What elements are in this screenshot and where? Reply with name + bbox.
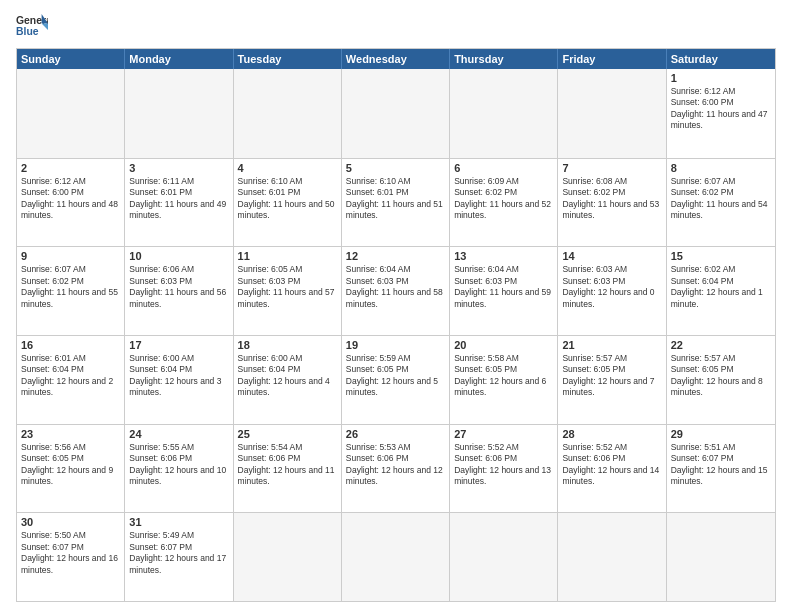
day-number: 18 xyxy=(238,339,337,351)
calendar-day: 22Sunrise: 5:57 AM Sunset: 6:05 PM Dayli… xyxy=(667,336,775,424)
svg-text:Blue: Blue xyxy=(16,26,39,37)
day-info: Sunrise: 5:54 AM Sunset: 6:06 PM Dayligh… xyxy=(238,442,337,488)
day-number: 9 xyxy=(21,250,120,262)
day-info: Sunrise: 6:07 AM Sunset: 6:02 PM Dayligh… xyxy=(671,176,771,222)
day-info: Sunrise: 6:02 AM Sunset: 6:04 PM Dayligh… xyxy=(671,264,771,310)
day-info: Sunrise: 6:04 AM Sunset: 6:03 PM Dayligh… xyxy=(454,264,553,310)
calendar-day: 5Sunrise: 6:10 AM Sunset: 6:01 PM Daylig… xyxy=(342,159,450,247)
day-number: 5 xyxy=(346,162,445,174)
day-number: 7 xyxy=(562,162,661,174)
day-info: Sunrise: 6:00 AM Sunset: 6:04 PM Dayligh… xyxy=(238,353,337,399)
weekday-header: Sunday xyxy=(17,49,125,69)
day-number: 29 xyxy=(671,428,771,440)
day-info: Sunrise: 5:57 AM Sunset: 6:05 PM Dayligh… xyxy=(562,353,661,399)
day-number: 17 xyxy=(129,339,228,351)
calendar-day xyxy=(558,513,666,601)
day-number: 12 xyxy=(346,250,445,262)
day-info: Sunrise: 6:11 AM Sunset: 6:01 PM Dayligh… xyxy=(129,176,228,222)
page: General Blue SundayMondayTuesdayWednesda… xyxy=(0,0,792,612)
day-info: Sunrise: 5:52 AM Sunset: 6:06 PM Dayligh… xyxy=(562,442,661,488)
day-number: 27 xyxy=(454,428,553,440)
day-info: Sunrise: 5:53 AM Sunset: 6:06 PM Dayligh… xyxy=(346,442,445,488)
calendar-day: 31Sunrise: 5:49 AM Sunset: 6:07 PM Dayli… xyxy=(125,513,233,601)
day-info: Sunrise: 5:55 AM Sunset: 6:06 PM Dayligh… xyxy=(129,442,228,488)
calendar-day xyxy=(234,513,342,601)
calendar-day xyxy=(17,69,125,158)
calendar-day: 7Sunrise: 6:08 AM Sunset: 6:02 PM Daylig… xyxy=(558,159,666,247)
day-info: Sunrise: 5:50 AM Sunset: 6:07 PM Dayligh… xyxy=(21,530,120,576)
calendar-day: 4Sunrise: 6:10 AM Sunset: 6:01 PM Daylig… xyxy=(234,159,342,247)
day-info: Sunrise: 5:59 AM Sunset: 6:05 PM Dayligh… xyxy=(346,353,445,399)
calendar-day: 1Sunrise: 6:12 AM Sunset: 6:00 PM Daylig… xyxy=(667,69,775,158)
calendar-day: 28Sunrise: 5:52 AM Sunset: 6:06 PM Dayli… xyxy=(558,425,666,513)
calendar-day: 25Sunrise: 5:54 AM Sunset: 6:06 PM Dayli… xyxy=(234,425,342,513)
day-info: Sunrise: 5:56 AM Sunset: 6:05 PM Dayligh… xyxy=(21,442,120,488)
calendar-week: 30Sunrise: 5:50 AM Sunset: 6:07 PM Dayli… xyxy=(17,512,775,601)
calendar-day: 20Sunrise: 5:58 AM Sunset: 6:05 PM Dayli… xyxy=(450,336,558,424)
day-info: Sunrise: 6:06 AM Sunset: 6:03 PM Dayligh… xyxy=(129,264,228,310)
day-info: Sunrise: 6:05 AM Sunset: 6:03 PM Dayligh… xyxy=(238,264,337,310)
calendar-day: 17Sunrise: 6:00 AM Sunset: 6:04 PM Dayli… xyxy=(125,336,233,424)
day-number: 15 xyxy=(671,250,771,262)
calendar-day: 6Sunrise: 6:09 AM Sunset: 6:02 PM Daylig… xyxy=(450,159,558,247)
day-number: 4 xyxy=(238,162,337,174)
calendar-day: 30Sunrise: 5:50 AM Sunset: 6:07 PM Dayli… xyxy=(17,513,125,601)
day-number: 6 xyxy=(454,162,553,174)
weekday-header: Thursday xyxy=(450,49,558,69)
calendar-day: 23Sunrise: 5:56 AM Sunset: 6:05 PM Dayli… xyxy=(17,425,125,513)
day-number: 22 xyxy=(671,339,771,351)
day-info: Sunrise: 6:04 AM Sunset: 6:03 PM Dayligh… xyxy=(346,264,445,310)
weekday-header: Friday xyxy=(558,49,666,69)
day-number: 16 xyxy=(21,339,120,351)
day-number: 3 xyxy=(129,162,228,174)
day-info: Sunrise: 5:58 AM Sunset: 6:05 PM Dayligh… xyxy=(454,353,553,399)
day-number: 1 xyxy=(671,72,771,84)
day-number: 2 xyxy=(21,162,120,174)
calendar-week: 9Sunrise: 6:07 AM Sunset: 6:02 PM Daylig… xyxy=(17,246,775,335)
calendar: SundayMondayTuesdayWednesdayThursdayFrid… xyxy=(16,48,776,602)
day-info: Sunrise: 5:51 AM Sunset: 6:07 PM Dayligh… xyxy=(671,442,771,488)
logo: General Blue xyxy=(16,12,48,40)
calendar-day xyxy=(450,69,558,158)
day-number: 14 xyxy=(562,250,661,262)
day-info: Sunrise: 5:52 AM Sunset: 6:06 PM Dayligh… xyxy=(454,442,553,488)
calendar-day xyxy=(342,69,450,158)
calendar-body: 1Sunrise: 6:12 AM Sunset: 6:00 PM Daylig… xyxy=(17,69,775,601)
calendar-day: 27Sunrise: 5:52 AM Sunset: 6:06 PM Dayli… xyxy=(450,425,558,513)
calendar-day: 26Sunrise: 5:53 AM Sunset: 6:06 PM Dayli… xyxy=(342,425,450,513)
calendar-header: SundayMondayTuesdayWednesdayThursdayFrid… xyxy=(17,49,775,69)
calendar-week: 16Sunrise: 6:01 AM Sunset: 6:04 PM Dayli… xyxy=(17,335,775,424)
day-number: 24 xyxy=(129,428,228,440)
weekday-header: Tuesday xyxy=(234,49,342,69)
calendar-day: 3Sunrise: 6:11 AM Sunset: 6:01 PM Daylig… xyxy=(125,159,233,247)
calendar-day: 14Sunrise: 6:03 AM Sunset: 6:03 PM Dayli… xyxy=(558,247,666,335)
day-info: Sunrise: 5:49 AM Sunset: 6:07 PM Dayligh… xyxy=(129,530,228,576)
calendar-day xyxy=(558,69,666,158)
day-number: 25 xyxy=(238,428,337,440)
calendar-week: 1Sunrise: 6:12 AM Sunset: 6:00 PM Daylig… xyxy=(17,69,775,158)
generalblue-logo-icon: General Blue xyxy=(16,12,48,40)
day-number: 30 xyxy=(21,516,120,528)
day-number: 13 xyxy=(454,250,553,262)
day-number: 26 xyxy=(346,428,445,440)
calendar-day xyxy=(667,513,775,601)
day-info: Sunrise: 6:10 AM Sunset: 6:01 PM Dayligh… xyxy=(346,176,445,222)
day-number: 23 xyxy=(21,428,120,440)
calendar-day: 19Sunrise: 5:59 AM Sunset: 6:05 PM Dayli… xyxy=(342,336,450,424)
calendar-day: 18Sunrise: 6:00 AM Sunset: 6:04 PM Dayli… xyxy=(234,336,342,424)
day-info: Sunrise: 6:08 AM Sunset: 6:02 PM Dayligh… xyxy=(562,176,661,222)
day-number: 21 xyxy=(562,339,661,351)
calendar-day: 21Sunrise: 5:57 AM Sunset: 6:05 PM Dayli… xyxy=(558,336,666,424)
day-number: 10 xyxy=(129,250,228,262)
calendar-day: 11Sunrise: 6:05 AM Sunset: 6:03 PM Dayli… xyxy=(234,247,342,335)
calendar-day xyxy=(342,513,450,601)
calendar-day: 8Sunrise: 6:07 AM Sunset: 6:02 PM Daylig… xyxy=(667,159,775,247)
day-number: 8 xyxy=(671,162,771,174)
calendar-week: 2Sunrise: 6:12 AM Sunset: 6:00 PM Daylig… xyxy=(17,158,775,247)
calendar-day xyxy=(234,69,342,158)
day-info: Sunrise: 6:07 AM Sunset: 6:02 PM Dayligh… xyxy=(21,264,120,310)
calendar-day xyxy=(450,513,558,601)
day-number: 11 xyxy=(238,250,337,262)
day-number: 31 xyxy=(129,516,228,528)
calendar-day xyxy=(125,69,233,158)
